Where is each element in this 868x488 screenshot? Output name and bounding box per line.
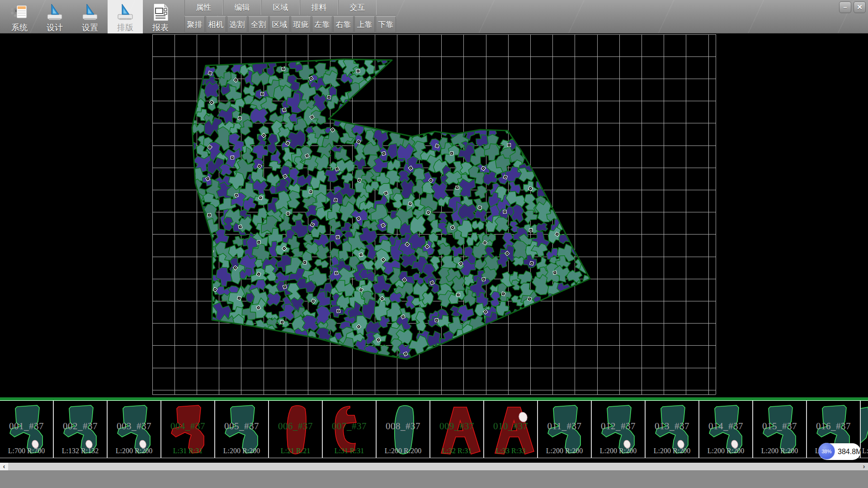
piece-lr-count-label: L:31 R:31 [161, 447, 214, 455]
thumbnail-cell-17[interactable]: L: [861, 401, 868, 458]
piece-name-label: 013_#37 [646, 421, 698, 432]
thumbnail-cell-2[interactable]: 002_#37L:132 R:132 [54, 401, 108, 458]
piece-lr-count-label: L:200 R:200 [646, 447, 698, 455]
piece-lr-count-label: L:200 R:200 [108, 447, 160, 455]
thumbnail-cell-15[interactable]: 015_#37L:200 R:200 [753, 401, 807, 458]
piece-lr-count-label: L:33 R:33 [484, 447, 537, 455]
piece-lr-count-label: L:21 R:21 [269, 447, 322, 455]
thumbnail-cell-3[interactable]: 003_#37L:200 R:200 [108, 401, 161, 458]
toolbar-button-label: 报表 [152, 23, 169, 33]
piece-thumbnail-strip: 001_#37L:700 R:700002_#37L:132 R:132003_… [0, 400, 868, 458]
action-button-9[interactable]: 上靠 [354, 16, 375, 33]
thumbnail-cell-12[interactable]: 012_#37L:200 R:200 [592, 401, 646, 458]
thumbnail-cell-4[interactable]: 004_#37L:31 R:31 [161, 401, 215, 458]
toolbar-button-1[interactable]: 系统 [2, 0, 37, 33]
piece-name-label: 007_#37 [323, 421, 376, 432]
menu-tab-row: 属性编辑区域排料交互 [184, 0, 396, 15]
action-button-6[interactable]: 瑕疵 [291, 16, 311, 33]
report-icon [150, 2, 171, 23]
thumbnail-cell-10[interactable]: 010_#37L:33 R:33 [484, 401, 538, 458]
thumbnail-cell-1[interactable]: 001_#37L:700 R:700 [0, 401, 54, 458]
piece-lr-count-label: L:200 R:200 [377, 447, 429, 455]
close-button[interactable]: ✕ [854, 1, 866, 13]
piece-lr-count-label: L:700 R:700 [0, 447, 53, 455]
piece-lr-count-label: L:200 R:200 [699, 447, 752, 455]
thumbnail-cell-6[interactable]: 006_#37L:21 R:21 [269, 401, 323, 458]
piece-lr-count-label: L:200 R:200 [215, 447, 268, 455]
app-window: 系统设计设置排版报表 属性编辑区域排料交互 聚排相机选割全割区域瑕疵左靠右靠上靠… [0, 0, 868, 488]
hide-nesting-view [0, 33, 868, 398]
menu-tab-4[interactable]: 排料 [300, 0, 338, 15]
toolbar-button-2[interactable]: 设计 [37, 0, 72, 33]
piece-name-label: 005_#37 [215, 421, 268, 432]
thumbnail-cell-8[interactable]: 008_#37L:200 R:200 [377, 401, 430, 458]
piece-lr-count-label: L:32 R:31 [430, 447, 483, 455]
thumbnail-cell-13[interactable]: 013_#37L:200 R:200 [646, 401, 699, 458]
action-button-2[interactable]: 相机 [206, 16, 226, 33]
progress-circle: 38% [818, 443, 835, 460]
toolbar-button-3[interactable]: 设置 [72, 0, 108, 33]
piece-lr-count-label: L: [861, 447, 868, 455]
piece-name-label: 009_#37 [430, 421, 483, 432]
piece-lr-count-label: L:200 R:200 [538, 447, 591, 455]
action-button-1[interactable]: 聚排 [184, 16, 205, 33]
toolbar-button-5[interactable]: 报表 [143, 0, 178, 33]
toolbar-button-label: 排版 [117, 23, 133, 33]
horizontal-scrollbar[interactable]: ‹ › [0, 463, 868, 470]
thumbnail-cell-9[interactable]: 009_#37L:32 R:31 [430, 401, 484, 458]
piece-lr-count-label: L:200 R:200 [592, 447, 645, 455]
design-icon [44, 2, 65, 23]
status-bar [0, 470, 868, 488]
piece-name-label: 002_#37 [54, 421, 107, 432]
piece-name-label: 012_#37 [592, 421, 645, 432]
minimize-button[interactable]: – [839, 1, 851, 13]
action-button-3[interactable]: 选割 [227, 16, 247, 33]
piece-name-label: 001_#37 [0, 421, 53, 432]
piece-lr-count-label: L:31 R:31 [323, 447, 376, 455]
thumbnail-cell-7[interactable]: 007_#37L:31 R:31 [323, 401, 377, 458]
piece-lr-count-label: L:132 R:132 [54, 447, 107, 455]
menu-tab-1[interactable]: 属性 [184, 0, 223, 15]
piece-name-label: 015_#37 [753, 421, 806, 432]
download-progress-badge[interactable]: 38% 384.8M [819, 443, 861, 460]
main-toolbar: 系统设计设置排版报表 属性编辑区域排料交互 聚排相机选割全割区域瑕疵左靠右靠上靠… [0, 0, 868, 33]
scroll-left-arrow[interactable]: ‹ [0, 463, 8, 470]
thumbnail-cell-14[interactable]: 014_#37L:200 R:200 [699, 401, 753, 458]
nesting-canvas[interactable] [0, 33, 868, 398]
thumbnail-cell-5[interactable]: 005_#37L:200 R:200 [215, 401, 269, 458]
action-button-10[interactable]: 下靠 [376, 16, 396, 33]
menu-tab-5[interactable]: 交互 [338, 0, 377, 15]
action-button-5[interactable]: 区域 [269, 16, 290, 33]
piece-name-label: 010_#37 [484, 421, 537, 432]
toolbar-button-label: 系统 [11, 23, 28, 33]
piece-lr-count-label: L:200 R:200 [753, 447, 806, 455]
menu-tab-3[interactable]: 区域 [261, 0, 300, 15]
piece-name-label: 003_#37 [108, 421, 160, 432]
thumbnail-cell-11[interactable]: 011_#37L:200 R:200 [538, 401, 592, 458]
menu-block: 属性编辑区域排料交互 聚排相机选割全割区域瑕疵左靠右靠上靠下靠 [184, 0, 396, 33]
system-icon [9, 2, 30, 23]
menu-tab-2[interactable]: 编辑 [223, 0, 261, 15]
action-button-8[interactable]: 右靠 [333, 16, 354, 33]
action-button-row: 聚排相机选割全割区域瑕疵左靠右靠上靠下靠 [184, 15, 396, 34]
piece-name-label: 016_#37 [807, 421, 860, 432]
piece-name-label: 008_#37 [377, 421, 429, 432]
piece-name-label: 014_#37 [699, 421, 752, 432]
download-size-label: 384.8M [838, 443, 862, 460]
layout-icon [115, 2, 136, 23]
piece-name-label: 006_#37 [269, 421, 322, 432]
scroll-right-arrow[interactable]: › [860, 463, 868, 470]
toolbar-button-label: 设计 [47, 23, 63, 33]
settings-icon [80, 2, 100, 23]
action-button-7[interactable]: 左靠 [312, 16, 332, 33]
toolbar-button-4[interactable]: 排版 [108, 0, 143, 33]
piece-name-label: 011_#37 [538, 421, 591, 432]
toolbar-button-label: 设置 [82, 23, 98, 33]
piece-name-label: 004_#37 [161, 421, 214, 432]
action-button-4[interactable]: 全割 [248, 16, 269, 33]
